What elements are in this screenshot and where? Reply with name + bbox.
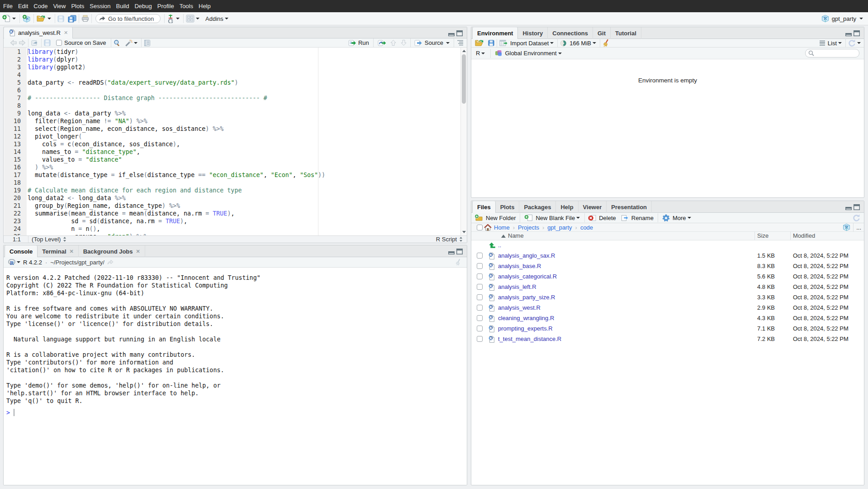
tab-connections[interactable]: Connections [548,27,593,39]
file-name-link[interactable]: analysis_party_size.R [498,294,555,301]
file-row[interactable]: Ranalysis_anglo_sax.R1.5 KBOct 8, 2024, … [471,251,864,261]
clear-objects-icon[interactable] [602,39,611,47]
file-checkbox[interactable] [477,253,483,259]
code-tools-caret-icon[interactable] [134,42,138,44]
menu-build[interactable]: Build [114,0,132,12]
refresh-environment-button[interactable] [848,39,862,47]
file-checkbox[interactable] [477,294,483,300]
menu-tools[interactable]: Tools [177,0,196,12]
back-icon[interactable] [10,39,17,46]
file-checkbox[interactable] [477,305,483,311]
maximize-pane-icon[interactable] [456,30,463,36]
workspace-panes-button[interactable] [186,14,201,23]
new-project-button[interactable]: R [22,14,31,23]
import-dataset-button[interactable]: Import Dataset [499,40,555,47]
delete-button[interactable]: Delete [588,215,616,221]
minimize-pane-icon[interactable] [845,204,852,210]
editor-tab-close-icon[interactable]: ✕ [64,30,68,36]
file-name-link[interactable]: analysis_left.R [498,283,536,290]
maximize-pane-icon[interactable] [854,30,860,36]
workspace-panes-caret-icon[interactable] [196,18,199,19]
source-on-save-checkbox[interactable] [56,40,62,46]
menu-code[interactable]: Code [31,0,50,12]
new-file-caret-icon[interactable] [12,18,16,19]
more-caret-icon[interactable] [688,217,691,219]
menu-debug[interactable]: Debug [132,0,154,12]
language-caret-icon[interactable] [481,53,485,54]
version-control-button[interactable] [167,14,181,23]
menu-profile[interactable]: Profile [155,0,177,12]
addins-button[interactable]: Addins [205,15,230,22]
save-workspace-icon[interactable] [488,40,494,46]
file-name-link[interactable]: analysis_categorical.R [498,273,557,280]
column-modified[interactable]: Modified [793,232,815,239]
compile-report-icon[interactable] [144,39,151,47]
tab-tutorial[interactable]: Tutorial [611,27,641,39]
tab-close-icon[interactable]: ✕ [136,249,140,254]
file-type-selector[interactable]: R Script [436,236,463,243]
file-row[interactable]: Ranalysis_party_size.R3.3 KBOct 8, 2024,… [471,292,864,303]
tab-help[interactable]: Help [556,201,578,213]
tab-plots[interactable]: Plots [496,201,520,213]
menu-edit[interactable]: Edit [15,0,31,12]
console-output[interactable]: R version 4.2.2 Patched (2022-11-10 r833… [4,268,467,485]
sort-ascending-icon[interactable] [501,235,506,238]
more-button[interactable]: More [662,214,693,222]
breadcrumb-code[interactable]: code [580,224,593,231]
run-button[interactable]: Run [348,39,369,46]
file-checkbox[interactable] [477,326,483,331]
menu-session[interactable]: Session [87,0,113,12]
path-ellipsis-button[interactable]: ... [856,224,861,231]
file-name-link[interactable]: t_test_mean_distance.R [498,336,561,342]
maximize-pane-icon[interactable] [854,204,860,210]
file-name-link[interactable]: analysis_base.R [498,263,541,269]
file-checkbox[interactable] [477,284,483,290]
load-workspace-icon[interactable] [474,39,484,47]
file-name-link[interactable]: analysis_anglo_sax.R [498,252,555,259]
editor-scrollbar[interactable] [460,48,467,235]
select-all-checkbox[interactable] [477,225,483,230]
memory-caret-icon[interactable] [593,42,596,44]
file-row[interactable]: Ranalysis_west.R2.9 KBOct 8, 2024, 5:22 … [471,303,864,313]
parent-directory-row[interactable]: .. [471,240,864,251]
environment-search-input[interactable] [805,49,859,58]
open-file-caret-icon[interactable] [47,18,51,19]
file-row[interactable]: Ranalysis_categorical.R5.6 KBOct 8, 2024… [471,272,864,282]
tab-background-jobs[interactable]: Background Jobs✕ [79,245,145,257]
goto-file-input[interactable]: Go to file/function [95,14,161,23]
scope-selector[interactable]: (Top Level) [32,236,67,243]
minimize-pane-icon[interactable] [845,30,852,36]
file-checkbox[interactable] [477,263,483,269]
save-button[interactable] [57,15,64,22]
tab-console[interactable]: Console [5,245,38,257]
file-checkbox[interactable] [477,315,483,321]
tab-close-icon[interactable]: ✕ [70,249,74,254]
refresh-caret-icon[interactable] [857,42,861,44]
file-checkbox[interactable] [477,273,483,279]
file-row[interactable]: Rt_test_mean_distance.R7.2 KBOct 8, 2024… [471,334,864,345]
breadcrumb-gpt_party[interactable]: gpt_party [547,224,572,231]
file-row[interactable]: Rcleaning_wrangling.R4.3 KBOct 8, 2024, … [471,313,864,324]
column-name[interactable]: Name [508,232,524,239]
go-prev-section-icon[interactable] [390,39,396,46]
new-folder-button[interactable]: New Folder [474,214,516,221]
file-name-link[interactable]: cleaning_wrangling.R [498,315,554,321]
column-size[interactable]: Size [757,232,768,239]
save-all-button[interactable] [68,15,76,23]
language-selector[interactable]: R [476,50,486,57]
tab-files[interactable]: Files [472,201,496,213]
list-view-button[interactable]: List [819,40,843,47]
r-version-caret-icon[interactable] [17,261,20,263]
code-editor[interactable]: 1library(tidyr)2library(dplyr)3library(g… [4,48,467,235]
editor-save-icon[interactable] [44,39,51,46]
parent-directory-link[interactable]: .. [498,242,501,249]
minimize-pane-icon[interactable] [448,249,455,254]
file-checkbox[interactable] [477,336,483,342]
menu-view[interactable]: View [50,0,68,12]
go-next-section-icon[interactable] [401,39,407,46]
menu-help[interactable]: Help [196,0,213,12]
list-view-caret-icon[interactable] [838,42,842,44]
environment-scope-selector[interactable]: Global Environment [495,50,563,57]
editor-tab-analysis-west[interactable]: R analysis_west.R ✕ [4,27,73,38]
scrollbar-up-icon[interactable] [462,50,466,52]
